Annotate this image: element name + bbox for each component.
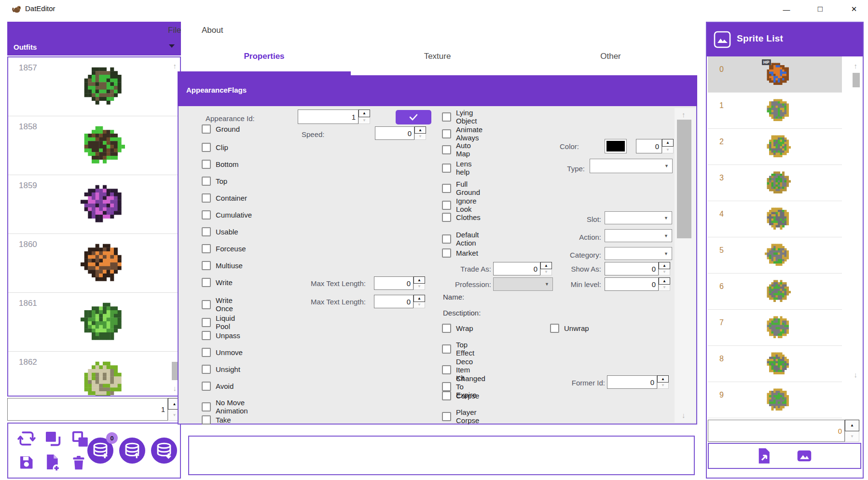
show_as-spinner[interactable]: ▲▼ bbox=[659, 262, 670, 275]
former_id-spinner[interactable]: ▲▼ bbox=[657, 375, 669, 389]
spinner-down-icon[interactable]: ▼ bbox=[413, 284, 425, 290]
outfit-list-item[interactable]: 1861 bbox=[8, 293, 180, 352]
trash-icon[interactable] bbox=[70, 453, 87, 472]
checkbox[interactable] bbox=[202, 177, 211, 186]
menu-about[interactable]: About bbox=[202, 26, 223, 35]
checkbox[interactable] bbox=[202, 382, 211, 391]
checkbox[interactable] bbox=[550, 324, 559, 333]
sprite-list-item[interactable]: 8 bbox=[708, 346, 842, 382]
sprite-counter-spinner[interactable]: ▲ ▼ bbox=[845, 420, 859, 442]
scrollbar-thumb[interactable] bbox=[853, 73, 860, 87]
copy-icon[interactable] bbox=[43, 429, 63, 449]
former_id-input[interactable]: 0 bbox=[607, 375, 657, 389]
scroll-down-icon[interactable]: ↓ bbox=[854, 371, 858, 378]
sprite-list-item[interactable]: 7 bbox=[708, 310, 842, 346]
swap-icon[interactable] bbox=[17, 429, 36, 448]
type-dropdown[interactable]: ▼ bbox=[590, 159, 673, 173]
show_as-input[interactable]: 0 bbox=[605, 262, 659, 275]
color-swatch[interactable] bbox=[605, 139, 627, 153]
close-button[interactable]: ✕ bbox=[840, 0, 868, 18]
file-add-icon[interactable] bbox=[42, 453, 62, 472]
sprite-list-item[interactable]: 4 bbox=[708, 201, 842, 237]
checkbox[interactable] bbox=[202, 210, 211, 219]
save-icon[interactable] bbox=[17, 453, 35, 471]
outfit-list[interactable]: 185718581859186018611862 ↑ ↓ bbox=[7, 56, 181, 397]
checkbox[interactable] bbox=[442, 382, 451, 391]
scroll-up-icon[interactable]: ↑ bbox=[854, 62, 858, 69]
maximize-button[interactable]: □ bbox=[807, 0, 834, 18]
color_value-spinner[interactable]: ▲▼ bbox=[662, 139, 674, 153]
sprite-list-item[interactable]: 6 bbox=[708, 274, 842, 310]
checkbox[interactable] bbox=[442, 391, 451, 400]
scroll-up-icon[interactable]: ↑ bbox=[682, 111, 686, 118]
outfit-list-item[interactable]: 1859 bbox=[8, 175, 180, 234]
sprite-list-item[interactable]: 1 bbox=[708, 93, 842, 129]
max_text_length_1-input[interactable]: 0 bbox=[374, 276, 413, 290]
scroll-up-icon[interactable]: ↑ bbox=[173, 62, 177, 69]
spinner-up-icon[interactable]: ▲ bbox=[657, 375, 669, 383]
spinner-up-icon[interactable]: ▲ bbox=[659, 277, 670, 285]
outfit-list-item[interactable]: 1860 bbox=[8, 234, 180, 293]
tab-other[interactable]: Other bbox=[524, 47, 697, 66]
checkbox[interactable] bbox=[442, 234, 451, 244]
outfit-list-item[interactable]: 1858 bbox=[8, 116, 180, 175]
paste-icon[interactable] bbox=[70, 429, 90, 449]
speed-input[interactable]: 0 bbox=[375, 126, 414, 140]
tab-properties[interactable]: Properties bbox=[178, 47, 351, 66]
checkbox[interactable] bbox=[202, 365, 211, 374]
spinner-down-icon[interactable]: ▼ bbox=[662, 147, 674, 154]
properties-scrollbar[interactable]: ↑ ↓ bbox=[675, 108, 696, 423]
checkbox[interactable] bbox=[442, 184, 451, 193]
spinner-down-icon[interactable]: ▼ bbox=[413, 302, 425, 309]
sprite-list-item[interactable]: 3 bbox=[708, 165, 842, 201]
trade_as-input[interactable]: 0 bbox=[493, 262, 540, 275]
confirm-button[interactable] bbox=[396, 110, 431, 124]
checkbox[interactable] bbox=[202, 415, 211, 425]
outfits-header[interactable]: Outfits bbox=[7, 22, 181, 55]
max_text_length_2-spinner[interactable]: ▲▼ bbox=[413, 295, 425, 308]
spinner-down-icon[interactable]: ▼ bbox=[358, 117, 370, 124]
checkbox[interactable] bbox=[202, 318, 211, 327]
checkbox[interactable] bbox=[202, 278, 211, 287]
checkbox[interactable] bbox=[442, 412, 451, 421]
spinner-up-icon[interactable]: ▲ bbox=[413, 295, 425, 302]
sprite-list[interactable]: 0HP123456789 ↑ ↓ bbox=[708, 56, 862, 420]
menu-file[interactable]: File bbox=[168, 26, 181, 35]
db-download-button[interactable] bbox=[151, 438, 177, 464]
sprite-list-item[interactable]: 2 bbox=[708, 129, 842, 165]
checkbox[interactable] bbox=[442, 201, 451, 210]
checkbox[interactable] bbox=[202, 160, 211, 169]
checkbox[interactable] bbox=[202, 193, 211, 203]
file-export-icon[interactable] bbox=[755, 446, 773, 466]
scroll-down-icon[interactable]: ↓ bbox=[682, 411, 686, 419]
minimize-button[interactable]: — bbox=[773, 0, 800, 18]
spinner-down-icon[interactable]: ▼ bbox=[414, 134, 426, 140]
category-dropdown[interactable]: ▼ bbox=[605, 247, 672, 260]
checkbox[interactable] bbox=[202, 244, 211, 253]
speed-spinner[interactable]: ▲▼ bbox=[414, 126, 426, 140]
sprite-list-item[interactable]: 0HP bbox=[708, 56, 842, 93]
scroll-down-icon[interactable]: ↓ bbox=[173, 384, 177, 392]
checkbox[interactable] bbox=[202, 124, 211, 134]
sprite-counter-input[interactable]: 0 bbox=[708, 420, 845, 442]
action-dropdown[interactable]: ▼ bbox=[605, 229, 672, 242]
max_text_length_2-input[interactable]: 0 bbox=[374, 295, 413, 308]
appearance_id-spinner[interactable]: ▲▼ bbox=[358, 110, 370, 124]
color_value-input[interactable]: 0 bbox=[636, 139, 662, 153]
checkbox[interactable] bbox=[442, 112, 451, 122]
checkbox[interactable] bbox=[442, 365, 451, 374]
spinner-up-icon[interactable]: ▲ bbox=[662, 139, 674, 147]
sprite-list-item[interactable]: 9 bbox=[708, 382, 842, 418]
min_level-input[interactable]: 0 bbox=[605, 277, 659, 291]
spinner-up-icon[interactable]: ▲ bbox=[358, 110, 370, 117]
spinner-down-icon[interactable]: ▼ bbox=[659, 269, 670, 276]
checkbox[interactable] bbox=[442, 164, 451, 173]
checkbox[interactable] bbox=[202, 331, 211, 340]
outfit-counter-input[interactable]: 1 bbox=[7, 398, 168, 421]
checkbox[interactable] bbox=[202, 143, 211, 152]
checkbox[interactable] bbox=[442, 344, 451, 354]
checkbox[interactable] bbox=[202, 402, 211, 411]
profession-dropdown[interactable]: ▼ bbox=[493, 277, 553, 291]
checkbox[interactable] bbox=[442, 248, 451, 258]
min_level-spinner[interactable]: ▲▼ bbox=[659, 277, 670, 291]
